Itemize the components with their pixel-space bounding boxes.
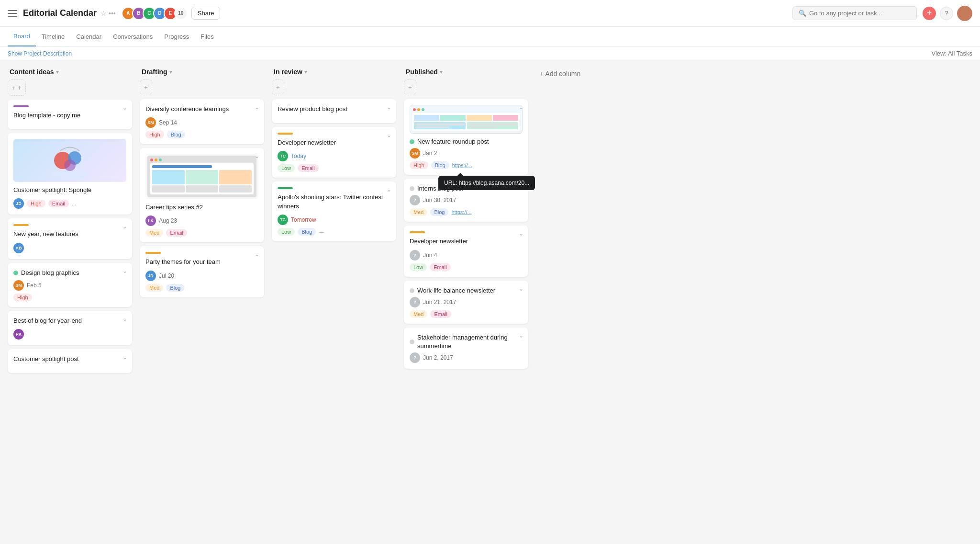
tab-conversations[interactable]: Conversations <box>107 27 158 46</box>
user-avatar[interactable] <box>957 6 972 21</box>
svg-point-3 <box>64 159 76 171</box>
tag-email: Email <box>298 164 319 172</box>
url-link[interactable]: https://... <box>451 209 471 215</box>
add-card-drafting[interactable]: + <box>140 79 152 95</box>
expand-icon[interactable]: ⌄ <box>122 354 127 361</box>
tag-email: Email <box>166 229 187 237</box>
share-button[interactable]: Share <box>191 7 221 20</box>
card-stripe <box>13 105 29 107</box>
card-tags: High Blog https://... URL: https://blog.… <box>410 161 523 169</box>
column-title-published[interactable]: Published ▾ <box>406 68 443 76</box>
expand-icon[interactable]: ⌄ <box>519 230 523 237</box>
card-best-of-blog[interactable]: ⌄ Best-of blog for year-end PK <box>8 311 132 345</box>
card-blog-template[interactable]: ⌄ Blog template - copy me <box>8 100 132 129</box>
card-developer-newsletter-review[interactable]: ⌄ Developer newsletter TC Today Low Emai… <box>272 127 396 178</box>
card-title: Best-of blog for year-end <box>13 317 126 325</box>
card-date: Jun 2, 2017 <box>423 354 453 361</box>
column-in-review: In review ▾ + ⌄ Review product blog post… <box>272 68 396 245</box>
expand-icon[interactable]: ⌄ <box>255 153 259 159</box>
card-date: Jun 21, 2017 <box>423 299 456 306</box>
avatar: ? <box>410 297 420 307</box>
card-tags: Low Email <box>278 164 390 172</box>
search-input[interactable] <box>809 10 911 17</box>
tab-timeline[interactable]: Timeline <box>36 27 71 46</box>
card-title: Blog template - copy me <box>13 111 126 120</box>
expand-icon[interactable]: ⌄ <box>519 104 523 111</box>
expand-icon[interactable]: ⌄ <box>122 316 127 322</box>
tag-blog: Blog <box>431 161 449 169</box>
card-title: New year, new features <box>13 230 126 238</box>
card-tags: Med Email <box>410 310 523 318</box>
expand-icon[interactable]: ⌄ <box>387 104 391 111</box>
card-developer-newsletter-published[interactable]: ⌄ Developer newsletter ? Jun 4 Low Email <box>404 226 528 276</box>
card-title: New feature roundup post <box>417 137 489 146</box>
avatar: TC <box>278 151 288 161</box>
add-card-published[interactable]: + <box>404 79 416 95</box>
expand-icon[interactable]: ⌄ <box>255 251 259 258</box>
tab-calendar[interactable]: Calendar <box>70 27 107 46</box>
card-design-blog-graphics[interactable]: ⌄ Design blog graphics SM Feb 5 High <box>8 263 132 307</box>
tab-board[interactable]: Board <box>8 27 36 46</box>
expand-icon[interactable]: ⌄ <box>255 104 259 111</box>
show-project-description[interactable]: Show Project Description <box>8 50 72 57</box>
status-dot <box>410 288 414 293</box>
expand-icon[interactable]: ⌄ <box>122 223 127 230</box>
more-options-icon[interactable]: ••• <box>109 10 116 17</box>
add-task-button[interactable]: + <box>923 7 936 20</box>
add-column-button[interactable]: + Add column <box>536 68 584 79</box>
card-party-themes[interactable]: ⌄ Party themes for your team JD Jul 20 M… <box>140 246 264 297</box>
tag-high: High <box>13 294 32 301</box>
card-apollos-shooting-stars[interactable]: ⌄ Apollo's shooting stars: Twitter conte… <box>272 181 396 241</box>
card-title: Party themes for your team <box>145 258 258 266</box>
column-title-drafting[interactable]: Drafting ▾ <box>142 68 172 76</box>
card-review-product-blog[interactable]: ⌄ Review product blog post <box>272 99 396 123</box>
card-meta: ? Jun 2, 2017 <box>410 352 523 363</box>
hamburger-menu[interactable] <box>8 10 17 17</box>
card-date: Today <box>291 153 306 159</box>
expand-icon[interactable]: ⌄ <box>387 132 391 138</box>
more-tags[interactable]: — <box>319 229 324 235</box>
add-card-content-ideas[interactable]: + + <box>8 79 26 96</box>
search-bar[interactable]: 🔍 <box>792 6 917 20</box>
avatar: JD <box>145 271 156 281</box>
card-work-life-balance[interactable]: ⌄ Work-life balance newsletter ? Jun 21,… <box>404 281 528 324</box>
help-button[interactable]: ? <box>940 7 953 20</box>
card-diversity-conference[interactable]: ⌄ Diversity conference learnings SM Sep … <box>140 99 264 144</box>
card-title: Stakeholder management during summertime <box>417 333 523 351</box>
card-tags: High Blog <box>145 131 258 138</box>
tab-progress[interactable]: Progress <box>158 27 195 46</box>
add-card-in-review[interactable]: + <box>272 79 284 95</box>
expand-icon[interactable]: ⌄ <box>387 186 391 193</box>
tag-blog: Blog <box>166 284 184 292</box>
avatar-count: 10 <box>174 7 188 20</box>
expand-icon[interactable]: ⌄ <box>519 285 523 292</box>
card-new-year-features[interactable]: ⌄ New year, new features AB <box>8 218 132 259</box>
card-career-tips-2[interactable]: ⌄ <box>140 148 264 242</box>
card-stripe <box>13 224 29 226</box>
card-title: Diversity conference learnings <box>145 105 258 113</box>
card-new-feature-roundup[interactable]: ⌄ <box>404 99 528 175</box>
expand-icon[interactable]: ⌄ <box>519 332 523 339</box>
card-customer-spotlight-spongle[interactable]: Customer spotlight: Spongle JD High Emai… <box>8 133 132 215</box>
url-link[interactable]: https://... <box>452 162 472 168</box>
expand-icon[interactable]: ⌄ <box>122 104 127 111</box>
card-stakeholder-management[interactable]: ⌄ Stakeholder management during summerti… <box>404 328 528 369</box>
star-icon[interactable]: ☆ <box>100 10 107 17</box>
card-customer-spotlight-post[interactable]: ⌄ Customer spotlight post <box>8 349 132 373</box>
tag-high: High <box>145 131 164 138</box>
status-dot <box>410 139 414 144</box>
status-dot <box>13 271 18 275</box>
column-content-ideas: Content ideas ▾ + + ⌄ Blog template - co… <box>8 68 132 377</box>
card-tags: High <box>13 294 126 301</box>
expand-icon[interactable]: ⌄ <box>122 268 127 274</box>
column-title-content-ideas[interactable]: Content ideas ▾ <box>10 68 59 76</box>
card-meta: ? Jun 4 <box>410 250 523 261</box>
view-selector[interactable]: View: All Tasks <box>931 50 972 57</box>
more-tags[interactable]: ... <box>72 201 76 206</box>
tab-files[interactable]: Files <box>195 27 219 46</box>
card-meta: SM Feb 5 <box>13 280 126 291</box>
card-tags: Low Email <box>410 263 523 271</box>
card-thumbnail <box>13 139 126 182</box>
column-title-in-review[interactable]: In review ▾ <box>274 68 307 76</box>
status-dot <box>410 340 414 344</box>
